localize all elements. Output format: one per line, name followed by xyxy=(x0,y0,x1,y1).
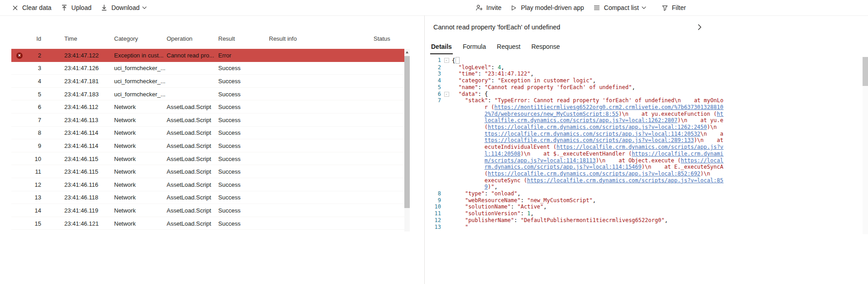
command-bar-right: Invite Play model-driven app Compact lis… xyxy=(471,0,691,15)
compact-list-button[interactable]: Compact list xyxy=(589,0,651,15)
collapse-region-icon[interactable]: - xyxy=(444,92,449,97)
code-token: )\n at Object.execute ( xyxy=(596,157,681,164)
fold-icon[interactable]: - xyxy=(441,91,452,97)
cell-id: 3 xyxy=(25,65,64,71)
download-button[interactable]: Download xyxy=(96,0,151,15)
cell-id: 15 xyxy=(25,220,64,227)
code-token: { xyxy=(452,57,455,64)
line-number: 12 xyxy=(425,217,441,224)
code-line: 4 "category": "Exception in customer log… xyxy=(425,77,724,84)
play-model-driven-app-button[interactable]: Play model-driven app xyxy=(506,0,588,15)
stack-trace-link[interactable]: https://localfile.crm.dynamics.com/scrip… xyxy=(488,124,707,130)
column-header-category[interactable]: Category xyxy=(114,35,167,42)
table-row[interactable]: 923:41:46.114NetworkAssetLoad.ScriptSucc… xyxy=(11,139,404,152)
code-token xyxy=(452,217,465,223)
cell-id: 8 xyxy=(25,129,64,136)
table-body: ×223:41:47.122Exception in cust...Cannot… xyxy=(11,49,404,232)
code-token: : xyxy=(521,197,527,204)
code-editor: 1-{2 "logLevel": 4,3 "time": "23:41:47.1… xyxy=(425,57,724,235)
column-header-id[interactable]: Id xyxy=(25,35,64,42)
code-token xyxy=(452,77,458,84)
play-model-driven-app-label: Play model-driven app xyxy=(521,4,584,11)
table-header-row: IdTimeCategoryOperationResultResult info… xyxy=(11,32,404,45)
code-token: " xyxy=(465,224,468,230)
cell-time: 23:41:46.115 xyxy=(64,156,114,162)
cell-id: 4 xyxy=(25,78,64,85)
cell-category: Network xyxy=(114,220,167,227)
cell-result: Success xyxy=(218,156,269,162)
table-row[interactable]: 323:41:47.126uci_formchecker_...Success xyxy=(11,62,404,75)
bracket-match-box xyxy=(456,57,460,64)
tab-details[interactable]: Details xyxy=(430,42,453,54)
cell-time: 23:41:47.122 xyxy=(64,52,114,59)
cell-id: 12 xyxy=(25,181,64,188)
column-header-time[interactable]: Time xyxy=(64,35,114,42)
code-text: "webResourceName": "new_MyCustomScript", xyxy=(452,197,711,204)
code-token: "23:41:47.122" xyxy=(484,71,530,77)
code-editor-lines: 1-{2 "logLevel": 4,3 "time": "23:41:47.1… xyxy=(425,57,724,230)
play-icon xyxy=(510,5,517,11)
table-scrollbar[interactable] xyxy=(404,49,410,232)
cell-time: 23:41:46.112 xyxy=(64,104,114,110)
invite-button[interactable]: Invite xyxy=(471,0,506,15)
clear-data-button[interactable]: Clear data xyxy=(7,0,56,15)
table-row[interactable]: 1223:41:46.116NetworkAssetLoad.ScriptSuc… xyxy=(11,178,404,191)
download-label: Download xyxy=(111,4,139,11)
code-line: 3 "time": "23:41:47.122", xyxy=(425,71,724,77)
code-text: "stack": "TypeError: Cannot read propert… xyxy=(452,97,724,190)
tab-response[interactable]: Response xyxy=(530,42,561,54)
table-row[interactable]: ×223:41:47.122Exception in cust...Cannot… xyxy=(11,49,404,62)
table-row[interactable]: 1023:41:46.115NetworkAssetLoad.ScriptSuc… xyxy=(11,152,404,166)
table-row[interactable]: 723:41:46.113NetworkAssetLoad.ScriptSucc… xyxy=(11,114,404,127)
command-bar-left: Clear data Upload Download xyxy=(7,0,151,15)
code-text: "name": "Cannot read property 'forEach' … xyxy=(452,84,711,91)
cell-time: 23:41:46.118 xyxy=(64,194,114,201)
table-row[interactable]: 1323:41:46.118NetworkAssetLoad.ScriptSuc… xyxy=(11,191,404,204)
table-row[interactable]: 423:41:47.181uci_formchecker_...Success xyxy=(11,75,404,88)
cell-id: 10 xyxy=(25,156,64,162)
column-header-operation[interactable]: Operation xyxy=(167,35,218,42)
code-token: : xyxy=(491,64,498,71)
stack-trace-link[interactable]: https://localfile.crm.dynamics.com/scrip… xyxy=(488,170,700,177)
upload-button[interactable]: Upload xyxy=(56,0,96,15)
tab-request[interactable]: Request xyxy=(496,42,521,54)
table-row[interactable]: 1423:41:46.119NetworkAssetLoad.ScriptSuc… xyxy=(11,204,404,217)
code-token: , xyxy=(593,197,596,204)
filter-button[interactable]: Filter xyxy=(657,0,691,15)
fold-icon[interactable]: - xyxy=(441,57,452,63)
editor-scrollbar[interactable] xyxy=(863,57,868,234)
cell-result: Success xyxy=(218,207,269,214)
scroll-up-arrow[interactable] xyxy=(404,49,410,55)
table-row[interactable]: 523:41:47.183uci_formchecker_...Success xyxy=(11,88,404,101)
tab-formula[interactable]: Formula xyxy=(462,42,487,54)
column-header-result-info[interactable]: Result info xyxy=(269,35,374,42)
collapse-panel-button[interactable] xyxy=(696,24,704,32)
code-line: 13 " xyxy=(425,224,724,231)
code-text: "category": "Exception in customer logic… xyxy=(452,77,711,84)
column-header-result[interactable]: Result xyxy=(218,35,269,42)
line-number: 8 xyxy=(425,190,441,197)
upload-label: Upload xyxy=(72,4,91,11)
table-row[interactable]: 1523:41:46.121NetworkAssetLoad.ScriptSuc… xyxy=(11,217,404,230)
table-row[interactable]: 623:41:46.112NetworkAssetLoad.ScriptSucc… xyxy=(11,100,404,114)
cell-id: 9 xyxy=(25,142,64,149)
line-number: 6 xyxy=(425,91,441,98)
person-add-icon xyxy=(475,4,483,11)
code-token xyxy=(452,197,465,204)
table-scrollbar-thumb[interactable] xyxy=(404,56,410,208)
code-token: "webResourceName" xyxy=(465,197,521,204)
cell-time: 23:41:46.116 xyxy=(64,181,114,188)
table-row[interactable]: 823:41:46.114NetworkAssetLoad.ScriptSucc… xyxy=(11,127,404,140)
collapse-region-icon[interactable]: - xyxy=(444,58,449,63)
chevron-right-icon xyxy=(696,24,703,31)
editor-scrollbar-thumb[interactable] xyxy=(863,57,868,86)
code-token: "Active" xyxy=(518,204,544,210)
code-token: , xyxy=(518,190,521,197)
cell-category: Network xyxy=(114,168,167,175)
code-token: "name" xyxy=(458,84,478,90)
code-token xyxy=(452,97,465,104)
cell-result: Error xyxy=(218,52,269,59)
column-header-status[interactable]: Status xyxy=(374,35,404,42)
code-token: "onload" xyxy=(491,190,518,197)
table-row[interactable]: 1123:41:46.115NetworkAssetLoad.ScriptSuc… xyxy=(11,165,404,178)
